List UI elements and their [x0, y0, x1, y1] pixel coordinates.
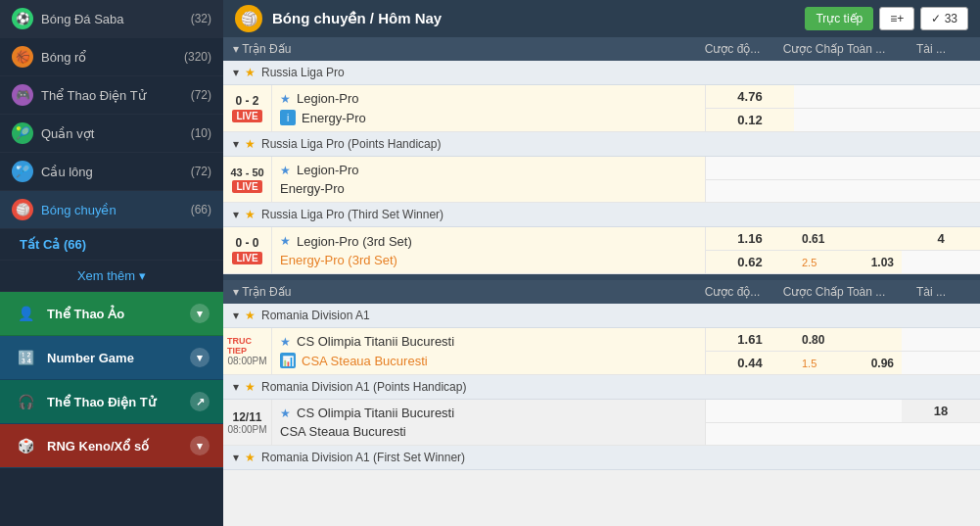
esport-icon: 🎮 — [12, 84, 33, 106]
collapse-icon[interactable]: ▾ — [233, 380, 239, 394]
external-link-icon: ↗ — [190, 392, 210, 411]
match-score: 0 - 2 LIVE — [223, 85, 272, 131]
odds-column: 4.76 0.12 — [706, 85, 794, 131]
team2-name: Energy-Pro (3rd Set) — [280, 251, 697, 269]
keno-label: RNG Keno/Xổ số — [47, 439, 180, 454]
fav-icon[interactable]: ★ — [280, 406, 291, 420]
main-content: 🏐 Bóng chuyền / Hôm Nay Trực tiếp ≡+ ✓ 3… — [223, 0, 980, 526]
odds-column: 1.61 0.44 — [706, 328, 794, 374]
sidebar-item-badminton[interactable]: 🏸 Cầu lông (72) — [0, 153, 223, 191]
number-game-label: Number Game — [47, 351, 180, 365]
odds-cell-2[interactable]: 0.44 — [706, 352, 794, 374]
sidebar-item-esport-bottom[interactable]: 🎧 Thể Thao Điện Tử ↗ — [0, 380, 223, 424]
number-game-icon: 🔢 — [14, 346, 37, 369]
badminton-icon: 🏸 — [12, 161, 33, 182]
collapse-icon[interactable]: ▾ — [233, 208, 239, 221]
league-row-romania2: ▾ ★ Romania Division A1 (Points Handicap… — [223, 375, 980, 400]
filter-button[interactable]: ≡+ — [879, 7, 914, 30]
col-handicap-header2: Cược Chấp Toàn ... — [780, 285, 888, 299]
col-match-header2: ▾ Trận Đấu — [233, 285, 684, 299]
team1-name: ★ CS Olimpia Titanii Bucuresti — [280, 332, 697, 351]
handicap-cell-1 — [794, 157, 902, 180]
match-teams: ★ CS Olimpia Titanii Bucuresti CSA Steau… — [272, 400, 706, 445]
live-button[interactable]: Trực tiếp — [805, 7, 873, 30]
star-icon[interactable]: ★ — [245, 451, 256, 464]
handicap-cell-1[interactable]: 0.80 — [794, 328, 902, 352]
sidebar-item-keno[interactable]: 🎲 RNG Keno/Xổ số ▾ — [0, 424, 223, 468]
expand-col-icon2: ▾ — [233, 285, 239, 299]
star-icon[interactable]: ★ — [245, 137, 256, 151]
see-more-label: Xem thêm — [77, 268, 135, 283]
collapse-icon[interactable]: ▾ — [233, 66, 239, 79]
ou-column: 4 — [902, 227, 980, 273]
odds-cell-2[interactable]: 0.62 — [706, 251, 794, 273]
fav-icon[interactable]: ★ — [280, 92, 291, 106]
league-row-russia2: ▾ ★ Russia Liga Pro (Points Handicap) — [223, 132, 980, 157]
sidebar-item-number-game[interactable]: 🔢 Number Game ▾ — [0, 336, 223, 380]
star-icon[interactable]: ★ — [245, 380, 256, 394]
check-button[interactable]: ✓ 33 — [920, 7, 968, 30]
volleyball-header-icon: 🏐 — [235, 5, 262, 32]
sidebar-item-volleyball[interactable]: 🏐 Bóng chuyền (66) — [0, 191, 223, 229]
col-handicap-header: Cược Chấp Toàn ... — [780, 42, 888, 56]
ou-cell-1[interactable]: 18 — [902, 400, 980, 423]
info-icon[interactable]: i — [280, 110, 296, 125]
sidebar-item-count: (66) — [191, 203, 211, 216]
sidebar-item-esport[interactable]: 🎮 Thể Thao Điện Tử (72) — [0, 76, 223, 115]
handicap-cell-2 — [794, 180, 902, 203]
sidebar-item-label: Bóng chuyền — [41, 203, 183, 217]
esport-bottom-icon: 🎧 — [14, 390, 37, 413]
main-header: 🏐 Bóng chuyền / Hôm Nay Trực tiếp ≡+ ✓ 3… — [223, 0, 980, 37]
handicap-cell-2[interactable]: 1.5 0.96 — [794, 352, 902, 374]
odds-cell-1 — [706, 400, 794, 423]
sidebar-item-tennis[interactable]: 🎾 Quần vợt (10) — [0, 115, 223, 153]
odds-cell-2[interactable]: 0.12 — [706, 109, 794, 131]
ou-column: 18 — [902, 400, 980, 445]
fav-icon[interactable]: ★ — [280, 234, 291, 248]
team1-name: ★ Legion-Pro (3rd Set) — [280, 232, 697, 251]
col-odds-header2: Cược độ... — [688, 285, 776, 299]
sidebar-item-count: (72) — [191, 88, 211, 102]
star-icon[interactable]: ★ — [245, 208, 256, 221]
table-row: 0 - 0 LIVE ★ Legion-Pro (3rd Set) Energy… — [223, 227, 980, 274]
table-row: 12/11 08:00PM ★ CS Olimpia Titanii Bucur… — [223, 400, 980, 446]
live-badge: LIVE — [232, 252, 261, 264]
fav-icon[interactable]: ★ — [280, 335, 291, 349]
see-more-button[interactable]: Xem thêm ▾ — [0, 261, 223, 292]
live-badge: LIVE — [232, 180, 261, 193]
ou-cell-2 — [902, 352, 980, 374]
table-row: 0 - 2 LIVE ★ Legion-Pro i Energy-Pro 4.7… — [223, 85, 980, 132]
info-icon[interactable]: 📊 — [280, 353, 296, 368]
sidebar-item-bongro[interactable]: 🏀 Bóng rổ (320) — [0, 38, 223, 76]
sidebar-item-bongda[interactable]: ⚽ Bóng Đá Saba (32) — [0, 0, 223, 38]
ou-column — [902, 157, 980, 202]
col-ou-header2: Tài ... — [892, 285, 970, 299]
ou-cell-2 — [902, 251, 980, 273]
fav-icon[interactable]: ★ — [280, 164, 291, 177]
sidebar-item-label: Quần vợt — [41, 126, 183, 141]
odds-cell-1[interactable]: 1.61 — [706, 328, 794, 352]
star-icon[interactable]: ★ — [245, 309, 256, 322]
page-title: Bóng chuyền / Hôm Nay — [272, 10, 795, 27]
handicap-cell-2[interactable]: 2.5 1.03 — [794, 251, 902, 273]
ou-cell-2 — [902, 109, 980, 131]
collapse-icon[interactable]: ▾ — [233, 309, 239, 322]
ou-cell-1[interactable]: 4 — [902, 227, 980, 251]
sidebar-item-virtual-sports[interactable]: 👤 Thể Thao Ảo ▾ — [0, 292, 223, 336]
odds-cell-1[interactable]: 4.76 — [706, 85, 794, 109]
handicap-column: 0.80 1.5 0.96 — [794, 328, 902, 374]
league-name: Russia Liga Pro (Third Set Winner) — [261, 208, 443, 221]
sidebar-item-all[interactable]: Tất Cả (66) — [0, 229, 223, 261]
team2-name: 📊 CSA Steaua Bucuresti — [280, 351, 697, 370]
header-buttons: Trực tiếp ≡+ ✓ 33 — [805, 7, 968, 30]
match-info: 12/11 08:00PM — [223, 400, 272, 445]
collapse-icon[interactable]: ▾ — [233, 137, 239, 151]
table-row: TRUC TIEP 08:00PM ★ CS Olimpia Titanii B… — [223, 328, 980, 375]
ou-column — [902, 328, 980, 374]
star-icon[interactable]: ★ — [245, 66, 256, 79]
collapse-icon[interactable]: ▾ — [233, 451, 239, 464]
handicap-cell-1[interactable]: 0.61 — [794, 227, 902, 251]
odds-cell-1[interactable]: 1.16 — [706, 227, 794, 251]
league-row-romania1: ▾ ★ Romania Division A1 — [223, 304, 980, 328]
sidebar-item-label: Thể Thao Điện Tử — [41, 88, 183, 103]
